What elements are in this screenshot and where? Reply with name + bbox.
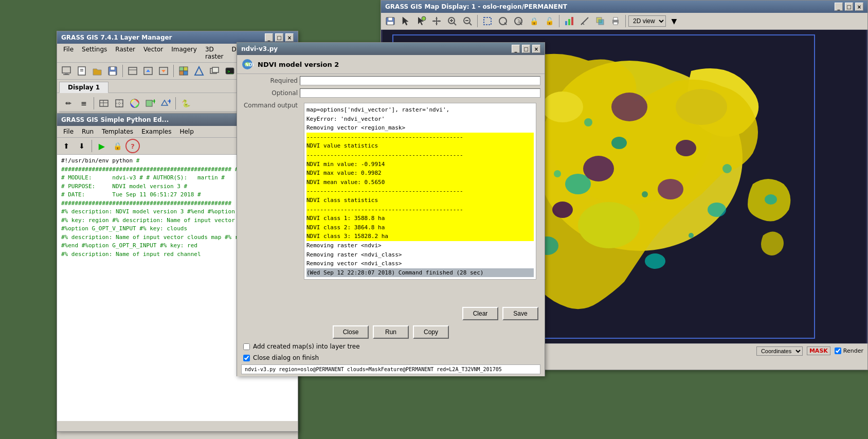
svg-rect-15 xyxy=(179,67,184,71)
add-layer-checkbox[interactable] xyxy=(243,343,250,350)
ndvi-app-icon: NDVI xyxy=(241,58,254,70)
tb-display-btn[interactable] xyxy=(59,64,74,78)
map-tb-query[interactable] xyxy=(414,14,428,28)
svg-rect-68 xyxy=(599,20,604,25)
map-tb-analyze[interactable] xyxy=(562,14,576,28)
optional-label: Optional xyxy=(241,88,298,97)
svg-point-84 xyxy=(583,156,614,181)
render-checkbox[interactable] xyxy=(835,347,841,354)
svg-point-78 xyxy=(578,202,640,248)
svg-point-91 xyxy=(642,191,648,197)
ndvi-maximize-btn[interactable]: □ xyxy=(522,45,530,53)
py-tb-sep1 xyxy=(92,140,92,152)
svg-marker-19 xyxy=(195,67,203,75)
py-tb-run[interactable]: ▶ xyxy=(95,139,109,153)
tb-export-btn[interactable] xyxy=(156,64,171,78)
svg-point-43 xyxy=(422,16,426,21)
tb-sep1 xyxy=(122,65,123,77)
required-input[interactable] xyxy=(300,76,540,85)
py-menu-help[interactable]: Help xyxy=(175,127,197,136)
maximize-btn[interactable]: □ xyxy=(275,33,283,42)
map-sep3 xyxy=(625,15,626,27)
svg-rect-28 xyxy=(116,100,123,107)
tb-cmd-btn[interactable]: >_ xyxy=(223,64,237,78)
map-tb-zoomall[interactable] xyxy=(496,14,510,28)
menu-settings[interactable]: Settings xyxy=(78,45,111,61)
svg-point-93 xyxy=(689,233,694,238)
menu-imagery[interactable]: Imagery xyxy=(167,45,201,61)
map-tb-zoom3d[interactable]: 3d xyxy=(511,14,526,28)
close-on-finish-row: Close dialog on finish xyxy=(237,352,545,363)
map-tb-pointer[interactable] xyxy=(399,14,413,28)
tb-sep5 xyxy=(175,97,176,109)
map-tb-pan[interactable] xyxy=(429,14,444,28)
coordinates-dropdown[interactable]: Coordinates xyxy=(756,346,803,356)
menu-file[interactable]: File xyxy=(59,45,78,61)
close-button[interactable]: Close xyxy=(333,325,369,339)
map-tb-lock[interactable]: 🔒 xyxy=(527,14,541,28)
py-tb-lock[interactable]: 🔒 xyxy=(110,139,124,153)
copy-button[interactable]: Copy xyxy=(413,325,449,339)
clear-button[interactable]: Clear xyxy=(462,307,498,320)
map-tb-zoomin[interactable] xyxy=(445,14,459,28)
map-tb-save[interactable] xyxy=(383,14,397,28)
tb-zoom-region[interactable] xyxy=(112,96,126,111)
optional-input[interactable] xyxy=(300,88,540,98)
tb-raster-btn[interactable] xyxy=(176,64,191,78)
tb-python-small[interactable]: 🐍 xyxy=(178,96,193,111)
tb-import-btn[interactable] xyxy=(141,64,155,78)
map-tb-unlock[interactable]: 🔓 xyxy=(542,14,556,28)
py-menu-templates[interactable]: Templates xyxy=(98,127,137,136)
tb-new-btn[interactable] xyxy=(75,64,89,78)
tb-list-btn[interactable]: ≡ xyxy=(77,96,91,111)
tb-table-btn[interactable] xyxy=(97,96,111,111)
svg-line-53 xyxy=(469,23,472,25)
py-menu-examples[interactable]: Examples xyxy=(137,127,175,136)
tb-workspace-btn[interactable] xyxy=(125,64,140,78)
minimize-btn[interactable]: _ xyxy=(265,33,273,42)
menu-vector[interactable]: Vector xyxy=(139,45,167,61)
render-checkbox-row: Render xyxy=(835,347,863,354)
py-menu-run[interactable]: Run xyxy=(78,127,98,136)
menu-3draster[interactable]: 3D raster xyxy=(201,45,228,61)
map-tb-overlay[interactable] xyxy=(593,14,607,28)
py-tb-open[interactable]: ⬆ xyxy=(59,139,74,153)
run-button[interactable]: Run xyxy=(373,325,409,339)
render-label: Render xyxy=(843,347,863,354)
map-minimize-btn[interactable]: _ xyxy=(835,3,843,11)
map-close-btn[interactable]: × xyxy=(855,3,863,11)
ndvi-close-btn[interactable]: × xyxy=(532,45,540,53)
tb-edit-pencil[interactable]: ✏️ xyxy=(61,96,76,111)
svg-text:+: + xyxy=(167,98,171,105)
tb-group-btn[interactable] xyxy=(207,64,222,78)
save-button[interactable]: Save xyxy=(502,307,538,320)
menu-raster[interactable]: Raster xyxy=(111,45,139,61)
svg-point-85 xyxy=(658,179,683,199)
ndvi-content: Required Optional Command output map=opt… xyxy=(237,74,545,376)
tb-add-raster[interactable]: + xyxy=(143,96,157,111)
tb-save-btn[interactable] xyxy=(105,64,120,78)
map-tb-measure[interactable] xyxy=(577,14,592,28)
map-tb-zoomregion[interactable] xyxy=(480,14,495,28)
map-maximize-btn[interactable]: □ xyxy=(845,3,853,11)
map-tb-zoomout[interactable] xyxy=(460,14,475,28)
tb-open-btn[interactable] xyxy=(90,64,104,78)
view-mode-select[interactable]: 2D view xyxy=(628,15,666,27)
tb-color-table[interactable] xyxy=(128,96,142,111)
close-on-finish-label: Close dialog on finish xyxy=(253,354,319,361)
py-menu-file[interactable]: File xyxy=(59,127,78,136)
tb-add-vector[interactable]: + xyxy=(158,96,173,111)
svg-rect-63 xyxy=(571,17,573,25)
close-btn[interactable]: × xyxy=(285,33,294,42)
ndvi-minimize-btn[interactable]: _ xyxy=(512,45,520,53)
view-dropdown-btn[interactable]: ▼ xyxy=(667,14,681,28)
command-line-display: ndvi-v3.py region=oslo@PERMANENT clouds=… xyxy=(241,364,540,374)
tb-vector-btn[interactable] xyxy=(192,64,206,78)
display-tab-1[interactable]: Display 1 xyxy=(59,82,109,93)
py-tb-help[interactable]: ? xyxy=(125,139,140,153)
svg-marker-44 xyxy=(436,17,438,19)
close-on-finish-checkbox[interactable] xyxy=(243,355,250,361)
map-tb-print[interactable] xyxy=(608,14,623,28)
py-tb-save[interactable]: ⬇ xyxy=(75,139,89,153)
ndvi-header-title: NDVI model version 2 xyxy=(258,61,339,68)
